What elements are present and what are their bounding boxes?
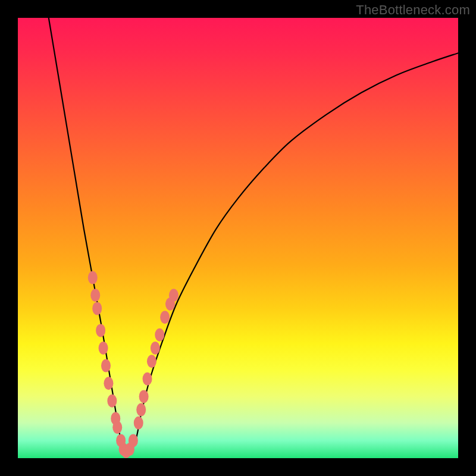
curve-dot <box>169 289 178 302</box>
curve-dot <box>136 403 146 416</box>
curve-dot <box>160 311 170 324</box>
curve-dot <box>151 342 160 355</box>
curve-dot <box>143 372 152 386</box>
curve-dot <box>139 390 149 403</box>
curve-dots-group <box>88 271 178 458</box>
curve-dot <box>107 394 117 408</box>
plot-area <box>18 18 458 458</box>
curve-dot <box>99 342 108 355</box>
curve-dot <box>134 416 143 430</box>
curve-dot <box>155 328 164 342</box>
curve-dot <box>112 421 122 434</box>
curve-dot <box>96 324 105 337</box>
curve-dot <box>101 359 111 372</box>
curve-dot <box>90 289 100 302</box>
chart-frame: TheBottleneck.com <box>0 0 476 476</box>
curve-dot <box>92 302 102 315</box>
curve-dot <box>104 377 113 390</box>
curve-dot <box>88 271 98 284</box>
watermark-text: TheBottleneck.com <box>356 2 470 18</box>
curve-dot <box>147 355 156 368</box>
bottleneck-curve-svg <box>18 18 458 458</box>
curve-dot <box>129 434 138 447</box>
